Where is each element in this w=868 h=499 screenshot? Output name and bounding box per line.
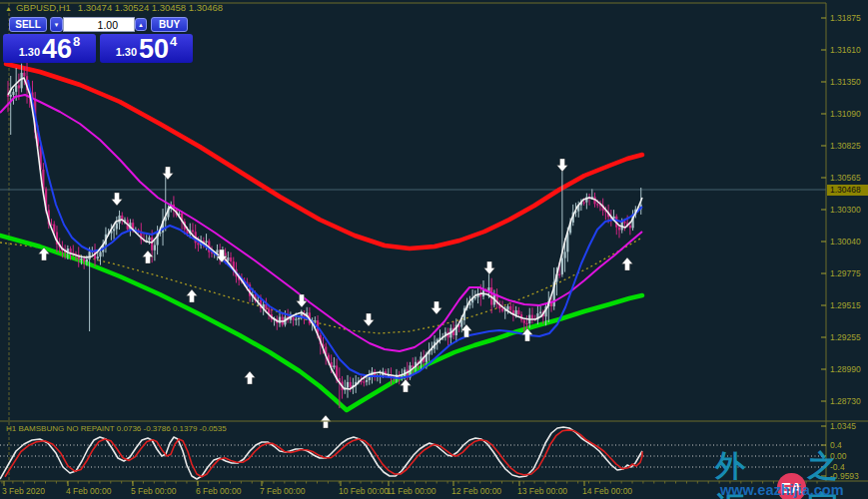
sell-price-big: 46 [42, 37, 72, 61]
candlesticks [7, 62, 642, 408]
chevron-up-icon: ▲ [138, 22, 144, 28]
sell-arrow-icon [297, 294, 308, 307]
sell-arrow-icon [112, 193, 123, 206]
indicator-axis-label: 1.0345 [830, 421, 856, 431]
price-axis-label: 1.30040 [830, 237, 861, 247]
time-axis-label: 4 Feb 00:00 [66, 486, 111, 496]
time-axis-label: 10 Feb 00:00 [339, 486, 389, 496]
upper-band-line [6, 64, 642, 249]
time-axis-label: 3 Feb 2020 [2, 486, 45, 496]
sell-price-pipette: 8 [73, 34, 80, 49]
price-axis-label: 1.31090 [830, 109, 861, 119]
white-ma-line [8, 78, 642, 389]
time-axis-label: 7 Feb 00:00 [260, 486, 305, 496]
time-axis-label: 12 Feb 00:00 [451, 486, 501, 496]
buy-price-pipette: 4 [170, 34, 177, 49]
watermark-url: www.eazhijia.com [720, 482, 844, 498]
buy-price-prefix: 1.30 [116, 46, 137, 58]
buy-arrow-icon [245, 371, 256, 384]
volume-decrease-button[interactable]: ▼ [50, 17, 63, 32]
time-axis-label: 13 Feb 00:00 [517, 486, 567, 496]
price-axis-label: 1.29515 [830, 300, 861, 310]
price-axis-label: 1.31610 [830, 45, 861, 55]
volume-increase-button[interactable]: ▲ [135, 18, 147, 31]
time-axis-label: 11 Feb 00:00 [387, 486, 435, 496]
sell-price-prefix: 1.30 [19, 46, 40, 58]
sell-price-display[interactable]: 1.30 46 8 [3, 34, 96, 63]
buy-button[interactable]: BUY [151, 17, 188, 32]
chart-symbol-icon: ▲ [5, 5, 12, 12]
mt4-terminal: ▲GBPUSD,H11.30474 1.30524 1.30458 1.3046… [0, 0, 868, 499]
sell-arrow-icon [484, 261, 495, 274]
sell-arrow-icon [432, 301, 442, 314]
buy-button-label: BUY [159, 19, 180, 30]
price-axis-label: 1.30825 [830, 141, 861, 151]
chevron-down-icon: ▼ [54, 22, 60, 28]
price-axis-label: 1.30300 [830, 205, 861, 215]
volume-input[interactable]: 1.00 [63, 17, 135, 32]
price-axis-label: 1.28990 [830, 364, 861, 374]
price-axis-label: 1.31350 [830, 77, 861, 87]
indicator-label: H1 BAMSBUNG NO REPAINT 0.0736 -0.3786 0.… [6, 424, 227, 433]
price-axis-label: 1.30565 [830, 173, 861, 183]
price-axis-label: 1.31875 [830, 13, 861, 23]
buy-arrow-icon [187, 289, 198, 302]
ohlc-values: 1.30474 1.30524 1.30458 1.30468 [78, 2, 223, 13]
time-axis-label: 5 Feb 00:00 [131, 486, 176, 496]
sell-arrow-icon [163, 167, 174, 180]
sell-button-label: SELL [15, 19, 41, 30]
sell-arrow-icon [364, 313, 375, 326]
buy-arrow-icon [622, 257, 633, 270]
price-axis-label: 1.29255 [830, 332, 861, 342]
buy-price-display[interactable]: 1.30 50 4 [100, 34, 193, 63]
price-axis-label: 1.28730 [830, 396, 861, 406]
buy-price-big: 50 [139, 37, 169, 61]
price-axis-label: 1.29775 [830, 268, 861, 278]
sell-button[interactable]: SELL [9, 17, 47, 32]
volume-value: 1.00 [98, 19, 118, 31]
buy-arrow-icon [401, 379, 412, 392]
sell-arrow-icon [557, 159, 568, 172]
symbol-period: GBPUSD,H1 [16, 2, 71, 13]
time-axis-label: 14 Feb 00:00 [582, 486, 632, 496]
bid-price-marker: 1.30468 [827, 185, 868, 196]
chart-title: ▲GBPUSD,H11.30474 1.30524 1.30458 1.3046… [5, 2, 223, 13]
time-axis-label: 6 Feb 00:00 [196, 486, 241, 496]
